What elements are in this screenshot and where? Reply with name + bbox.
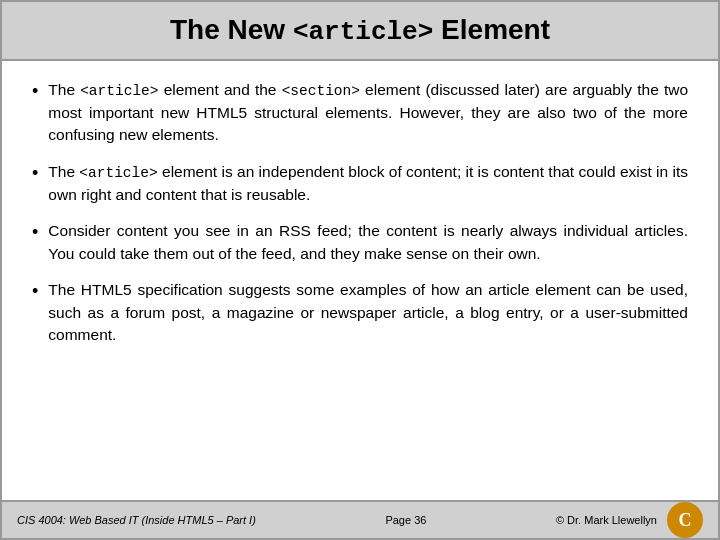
logo-letter: C	[678, 510, 691, 531]
footer-copyright: © Dr. Mark Llewellyn	[556, 514, 657, 526]
bullet-item-4: • The HTML5 specification suggests some …	[32, 279, 688, 346]
slide-footer: CIS 4004: Web Based IT (Inside HTML5 – P…	[2, 500, 718, 538]
bullet-item-2: • The <article> element is an independen…	[32, 161, 688, 206]
slide: The New <article> Element • The <article…	[0, 0, 720, 540]
bullet-text-3: Consider content you see in an RSS feed;…	[48, 220, 688, 265]
bullet-text-1: The <article> element and the <section> …	[48, 79, 688, 147]
footer-logo: C	[667, 502, 703, 538]
slide-title: The New <article> Element	[22, 14, 698, 47]
bullet-text-4: The HTML5 specification suggests some ex…	[48, 279, 688, 346]
bullet-dot-4: •	[32, 280, 38, 303]
footer-course: CIS 4004: Web Based IT (Inside HTML5 – P…	[17, 514, 256, 526]
bullet-dot-2: •	[32, 162, 38, 185]
bullet-dot-3: •	[32, 221, 38, 244]
title-text-1: The New	[170, 14, 293, 45]
slide-content: • The <article> element and the <section…	[2, 61, 718, 500]
bullet-item-1: • The <article> element and the <section…	[32, 79, 688, 147]
title-code: <article>	[293, 17, 433, 47]
footer-right-section: © Dr. Mark Llewellyn C	[556, 502, 703, 538]
bullet-dot-1: •	[32, 80, 38, 103]
footer-page: Page 36	[385, 514, 426, 526]
bullet-text-2: The <article> element is an independent …	[48, 161, 688, 206]
slide-header: The New <article> Element	[2, 2, 718, 61]
title-text-2: Element	[433, 14, 550, 45]
bullet-item-3: • Consider content you see in an RSS fee…	[32, 220, 688, 265]
